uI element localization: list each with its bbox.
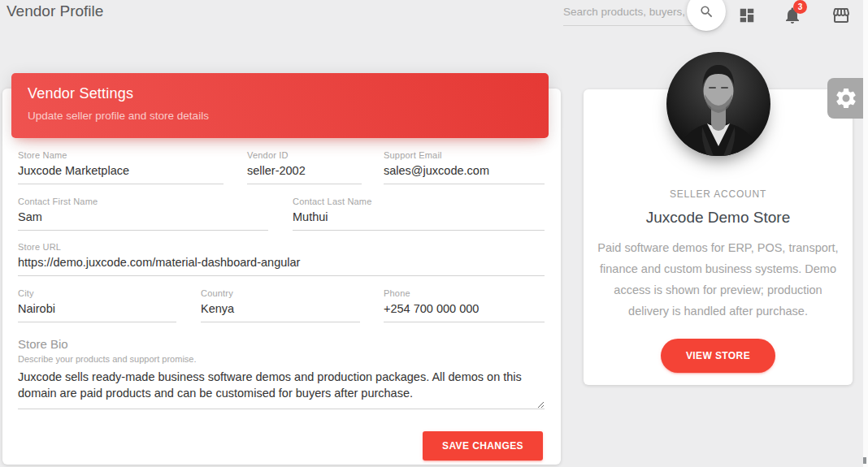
store-bio-helper: Describe your products and support promi… (18, 354, 197, 364)
gear-icon (834, 86, 858, 110)
store-name-input[interactable] (18, 160, 224, 184)
country-label: Country (201, 288, 360, 298)
save-changes-button[interactable]: SAVE CHANGES (423, 431, 543, 461)
settings-panel-button[interactable] (827, 78, 864, 119)
store-url-field: Store URL (18, 242, 545, 276)
search-button[interactable] (687, 0, 726, 31)
seller-store-name: Juxcode Demo Store (584, 209, 853, 227)
card-subtitle: Update seller profile and store details (28, 110, 532, 122)
contact-last-name-label: Contact Last Name (293, 197, 545, 206)
storefront-icon (831, 6, 851, 25)
city-label: City (18, 288, 176, 298)
phone-field: Phone (384, 288, 545, 322)
vendor-id-label: Vendor ID (247, 150, 362, 160)
country-input[interactable] (201, 298, 360, 322)
country-field: Country (201, 288, 360, 322)
store-name-label: Store Name (18, 150, 224, 160)
scrollbar-mark (863, 457, 866, 464)
vendor-id-input[interactable] (247, 160, 362, 184)
seller-account-tag: SELLER ACCOUNT (584, 188, 853, 200)
notifications-button[interactable]: 3 (782, 5, 803, 26)
contact-last-name-input[interactable] (293, 206, 545, 231)
search-icon (699, 4, 714, 19)
store-url-label: Store URL (18, 242, 545, 252)
store-name-field: Store Name (18, 150, 224, 184)
contact-first-name-label: Contact First Name (18, 197, 268, 206)
search-field-wrap (563, 0, 693, 26)
contact-first-name-input[interactable] (18, 206, 268, 231)
support-email-label: Support Email (384, 150, 545, 160)
phone-input[interactable] (384, 298, 545, 322)
store-bio-textarea[interactable]: Juxcode sells ready-made business softwa… (18, 367, 545, 409)
vendor-settings-card-header: Vendor Settings Update seller profile an… (11, 73, 549, 138)
vendor-id-field: Vendor ID (247, 150, 362, 184)
view-store-button[interactable]: VIEW STORE (661, 339, 775, 373)
support-email-field: Support Email (384, 150, 545, 184)
phone-label: Phone (384, 288, 545, 298)
support-email-input[interactable] (384, 160, 545, 184)
page-title: Vendor Profile (7, 2, 103, 20)
city-field: City (18, 288, 176, 322)
city-input[interactable] (18, 298, 176, 322)
avatar (666, 52, 770, 156)
contact-last-name-field: Contact Last Name (293, 197, 545, 231)
dashboard-icon (738, 6, 756, 24)
dashboard-nav-button[interactable] (736, 5, 757, 26)
card-title: Vendor Settings (28, 85, 532, 102)
seller-description: Paid software demos for ERP, POS, transp… (594, 237, 843, 322)
search-input[interactable] (563, 0, 693, 26)
storefront-nav-button[interactable] (831, 5, 852, 26)
store-url-input[interactable] (18, 252, 545, 276)
notification-badge: 3 (793, 0, 807, 14)
contact-first-name-field: Contact First Name (18, 197, 268, 231)
right-edge-strip (863, 0, 868, 467)
store-bio-heading: Store Bio (18, 337, 68, 351)
